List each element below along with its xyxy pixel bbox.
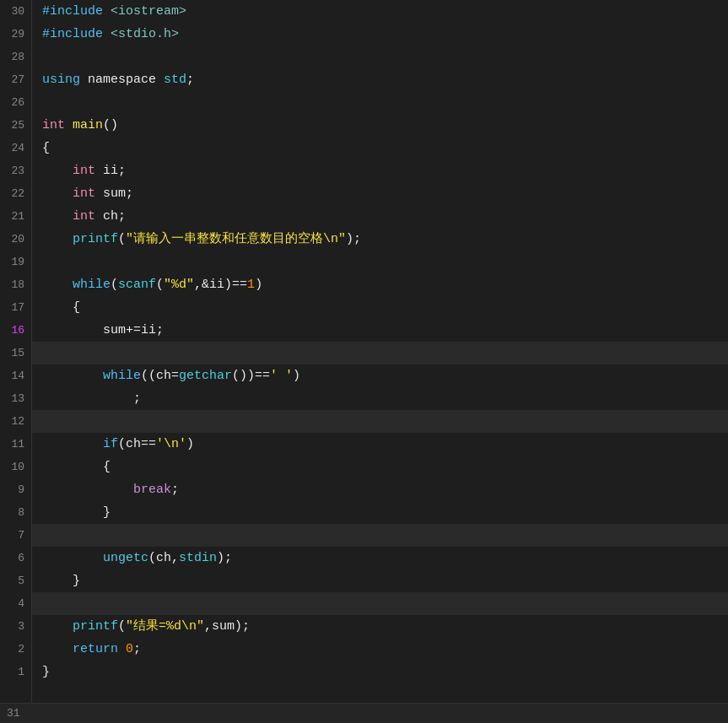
code-line-29: #include <stdio.h> — [32, 23, 728, 46]
code-line-7 — [32, 524, 728, 547]
code-line-3: printf("结果=%d\n",sum); — [32, 615, 728, 638]
code-line-28 — [32, 46, 728, 68]
token: while — [73, 278, 111, 292]
line-number-3: 3 — [7, 615, 24, 638]
token — [42, 619, 73, 634]
token — [42, 186, 73, 201]
line-number-2: 2 — [7, 638, 24, 661]
token: ungetc — [103, 551, 148, 565]
code-line-4 — [32, 592, 728, 615]
line-number-21: 21 — [7, 205, 24, 228]
code-line-25: int main() — [32, 114, 728, 137]
token: { — [42, 300, 80, 315]
token: break — [133, 483, 171, 497]
code-line-24: { — [32, 137, 728, 159]
token: int — [73, 209, 95, 224]
code-line-23: int ii; — [32, 159, 728, 182]
token: { — [42, 141, 50, 155]
line-number-29: 29 — [7, 23, 24, 46]
token: ' ' — [270, 369, 293, 383]
code-line-10: { — [32, 456, 728, 478]
token: main — [73, 118, 103, 132]
code-line-19 — [32, 251, 728, 273]
token: ; — [171, 483, 179, 497]
line-numbers: 3029282726252423222120191817161514131211… — [0, 0, 32, 703]
code-line-20: printf("请输入一串整数和任意数目的空格\n"); — [32, 228, 728, 251]
code-line-22: int sum; — [32, 182, 728, 205]
token: #include — [42, 27, 103, 41]
line-number-22: 22 — [7, 182, 24, 205]
line-number-11: 11 — [7, 433, 24, 456]
line-number-6: 6 — [7, 547, 24, 569]
token: ch; — [95, 209, 126, 224]
code-line-15 — [32, 342, 728, 364]
line-number-14: 14 — [7, 364, 24, 387]
line-number-10: 10 — [7, 456, 24, 478]
token — [103, 4, 111, 19]
token: getchar — [179, 369, 232, 383]
token: ) — [293, 369, 300, 383]
code-line-30: #include <iostream> — [32, 0, 728, 23]
token: namespace — [88, 73, 156, 87]
token — [42, 551, 103, 565]
token: using — [42, 73, 80, 87]
line-number-20: 20 — [7, 228, 24, 251]
code-line-18: while(scanf("%d",&ii)==1) — [32, 273, 728, 296]
token: (ch== — [118, 437, 156, 451]
line-number-8: 8 — [7, 501, 24, 524]
token — [118, 642, 126, 656]
line-number-16: 16 — [7, 319, 24, 342]
code-line-6: ungetc(ch,stdin); — [32, 547, 728, 569]
token: if — [103, 437, 118, 451]
token: return — [73, 642, 118, 656]
token — [80, 73, 88, 87]
token — [156, 73, 164, 87]
code-lines[interactable]: #include <iostream>#include <stdio.h> us… — [32, 0, 728, 703]
token: stdin — [179, 551, 217, 565]
code-line-14: while((ch=getchar())==' ') — [32, 364, 728, 387]
line-number-30: 30 — [7, 0, 24, 23]
line-number-13: 13 — [7, 387, 24, 410]
token: ) — [255, 278, 262, 292]
token: ; — [133, 642, 141, 656]
token: ( — [118, 232, 126, 246]
code-line-16: sum+=ii; — [32, 319, 728, 342]
bottom-bar: 31 — [0, 703, 728, 723]
token: ( — [118, 619, 126, 634]
token: } — [42, 574, 80, 588]
line-number-5: 5 — [7, 569, 24, 592]
token: ( — [156, 278, 164, 292]
code-editor: 3029282726252423222120191817161514131211… — [0, 0, 728, 723]
code-line-21: int ch; — [32, 205, 728, 228]
code-line-9: break; — [32, 478, 728, 501]
line-number-25: 25 — [7, 114, 24, 137]
line-number-7: 7 — [7, 524, 24, 547]
code-line-1: } — [32, 661, 728, 683]
token: sum+=ii; — [42, 323, 164, 337]
token: sum; — [95, 186, 133, 201]
token — [103, 27, 111, 41]
bottom-bar-label: 31 — [7, 707, 20, 720]
token — [42, 369, 103, 383]
token: () — [103, 118, 118, 132]
token: ((ch= — [141, 369, 179, 383]
token: int — [42, 118, 65, 132]
line-number-17: 17 — [7, 296, 24, 319]
token: ; — [42, 391, 141, 406]
token: ; — [186, 73, 194, 87]
token: scanf — [118, 278, 156, 292]
token: 0 — [126, 642, 133, 656]
code-line-5: } — [32, 569, 728, 592]
token: '\n' — [156, 437, 186, 451]
token: } — [42, 665, 50, 679]
code-line-27: using namespace std; — [32, 68, 728, 91]
token — [42, 278, 73, 292]
token: int — [73, 164, 95, 178]
line-number-26: 26 — [7, 91, 24, 114]
token: ); — [217, 551, 232, 565]
token: <stdio.h> — [111, 27, 179, 41]
token — [42, 232, 73, 246]
token: ())== — [232, 369, 270, 383]
token: #include — [42, 4, 103, 19]
token — [42, 483, 133, 497]
